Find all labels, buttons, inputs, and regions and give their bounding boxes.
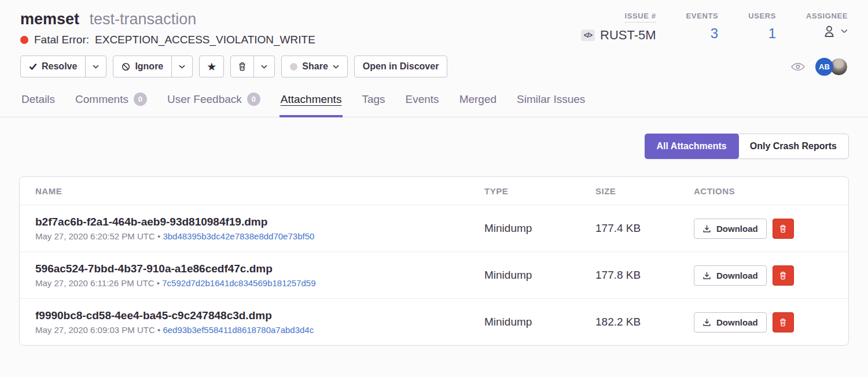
trash-icon (238, 62, 247, 71)
resolve-button-group: Resolve (20, 56, 106, 77)
assignee-label: ASSIGNEE (806, 12, 848, 20)
download-icon (703, 271, 711, 280)
share-status-dot (290, 63, 297, 71)
event-id-link[interactable]: 6ed93b3ef558411d8618780a7abd3d4c (163, 325, 314, 335)
issue-tabs: Details Comments0 User Feedback0 Attachm… (0, 86, 868, 117)
attachment-file-name: b2f7ac6b-f2a1-464b-aeb9-93d810984f19.dmp (35, 216, 484, 228)
issue-title: memset (20, 10, 79, 28)
events-label: EVENTS (686, 12, 719, 20)
event-id-link[interactable]: 3bd48395b3dc42e7838e8dd70e73bf50 (163, 231, 314, 241)
tab-user-feedback[interactable]: User Feedback0 (166, 86, 262, 117)
share-button-group: Share (281, 56, 347, 77)
delete-button[interactable] (231, 56, 253, 77)
tab-similar-issues[interactable]: Similar Issues (516, 86, 586, 117)
resolve-dropdown-button[interactable] (85, 56, 106, 77)
delete-attachment-button[interactable] (773, 219, 794, 239)
ignore-dropdown-button[interactable] (171, 56, 192, 77)
assignee-dropdown[interactable] (806, 24, 848, 38)
table-row: f9990bc8-cd58-4ee4-ba45-c9c247848c3d.dmp… (20, 298, 848, 345)
ban-icon (122, 62, 130, 71)
attachment-type: Minidump (484, 316, 595, 328)
star-icon: ★ (207, 61, 216, 72)
issue-number-label: ISSUE # (625, 12, 656, 23)
ignore-button-group: Ignore (113, 56, 193, 77)
column-header-actions: Actions (694, 186, 833, 196)
attachment-file-name: f9990bc8-cd58-4ee4-ba45-c9c247848c3d.dmp (35, 309, 484, 322)
attachment-size: 182.2 KB (595, 316, 694, 328)
chevron-down-icon (261, 65, 267, 69)
avatar[interactable]: AB (815, 58, 833, 76)
person-icon (822, 24, 836, 38)
table-row: b2f7ac6b-f2a1-464b-aeb9-93d810984f19.dmp… (20, 205, 848, 252)
subscribe-eye-icon[interactable] (791, 62, 805, 71)
users-count[interactable]: 1 (748, 25, 776, 42)
star-button[interactable]: ★ (200, 56, 223, 77)
tab-events[interactable]: Events (404, 86, 440, 117)
error-message: EXCEPTION_ACCESS_VIOLATION_WRITE (95, 34, 315, 46)
attachment-type: Minidump (484, 222, 595, 235)
page-title: memset test-transaction (20, 9, 315, 29)
chevron-down-icon (333, 65, 339, 69)
code-icon: </> (581, 29, 595, 41)
share-button[interactable]: Share (282, 56, 347, 77)
attachment-size: 177.8 KB (595, 269, 694, 282)
tab-details[interactable]: Details (20, 86, 56, 117)
attachment-date: May 27, 2020 6:09:03 PM UTC (35, 325, 155, 335)
error-level-dot (20, 36, 28, 44)
attachment-size: 177.4 KB (595, 222, 694, 235)
download-icon (703, 224, 711, 233)
column-header-size: Size (595, 186, 694, 196)
filter-only-crash-reports-button[interactable]: Only Crash Reports (738, 134, 848, 158)
trash-icon (779, 271, 787, 280)
download-button[interactable]: Download (694, 265, 767, 286)
tab-comments[interactable]: Comments0 (74, 86, 148, 117)
ignore-button[interactable]: Ignore (113, 56, 171, 77)
error-level-label: Fatal Error: (34, 34, 89, 46)
events-count[interactable]: 3 (686, 25, 719, 42)
stat-assignee: ASSIGNEE (806, 10, 848, 46)
stat-events: EVENTS 3 (686, 10, 719, 46)
attachments-table: Name Type Size Actions b2f7ac6b-f2a1-464… (19, 176, 849, 346)
attachment-file-name: 596ac524-7bbd-4b37-910a-a1e86cedf47c.dmp (35, 263, 484, 275)
users-label: USERS (748, 12, 776, 20)
tab-attachments[interactable]: Attachments (279, 86, 343, 117)
download-icon (703, 318, 711, 327)
bookmark-button-group: ★ (199, 56, 224, 77)
attachments-filter: All Attachments Only Crash Reports (19, 134, 849, 159)
participant-avatars: AB (815, 58, 848, 76)
chevron-down-icon (179, 65, 185, 69)
open-in-discover-button[interactable]: Open in Discover (355, 56, 447, 77)
trash-icon (779, 224, 787, 233)
chevron-down-icon (93, 65, 99, 69)
delete-dropdown-button[interactable] (253, 56, 274, 77)
feedback-count-badge: 0 (247, 93, 260, 106)
stat-issue: ISSUE # </> RUST-5M (581, 10, 656, 46)
table-header-row: Name Type Size Actions (20, 177, 848, 205)
download-button[interactable]: Download (694, 219, 767, 239)
attachment-date: May 27, 2020 6:11:26 PM UTC (35, 278, 155, 288)
issue-short-id: RUST-5M (600, 28, 656, 43)
event-id-link[interactable]: 7c592d7d2b1641dc834569b181257d59 (162, 278, 315, 288)
tab-tags[interactable]: Tags (361, 86, 386, 117)
delete-button-group (230, 56, 275, 77)
attachment-date: May 27, 2020 6:20:52 PM UTC (35, 231, 155, 241)
column-header-type: Type (484, 186, 595, 196)
issue-subtitle: test-transaction (90, 10, 197, 28)
resolve-button[interactable]: Resolve (21, 56, 85, 77)
column-header-name: Name (35, 186, 484, 196)
stat-users: USERS 1 (748, 10, 776, 46)
table-row: 596ac524-7bbd-4b37-910a-a1e86cedf47c.dmp… (20, 252, 848, 298)
filter-all-attachments-button[interactable]: All Attachments (645, 134, 739, 159)
attachment-type: Minidump (484, 269, 595, 282)
issue-stats: ISSUE # </> RUST-5M EVENTS 3 USERS 1 ASS… (581, 9, 848, 46)
delete-attachment-button[interactable] (773, 312, 794, 332)
tab-merged[interactable]: Merged (458, 86, 498, 117)
delete-attachment-button[interactable] (773, 265, 794, 286)
check-icon (29, 63, 37, 70)
discover-button-group: Open in Discover (354, 56, 448, 77)
download-button[interactable]: Download (694, 312, 767, 332)
chevron-down-icon (841, 29, 848, 34)
action-toolbar: Resolve Ignore ★ (0, 56, 868, 77)
issue-header: memset test-transaction Fatal Error: EXC… (0, 0, 868, 46)
filter-segmented-control: All Attachments Only Crash Reports (645, 134, 849, 159)
